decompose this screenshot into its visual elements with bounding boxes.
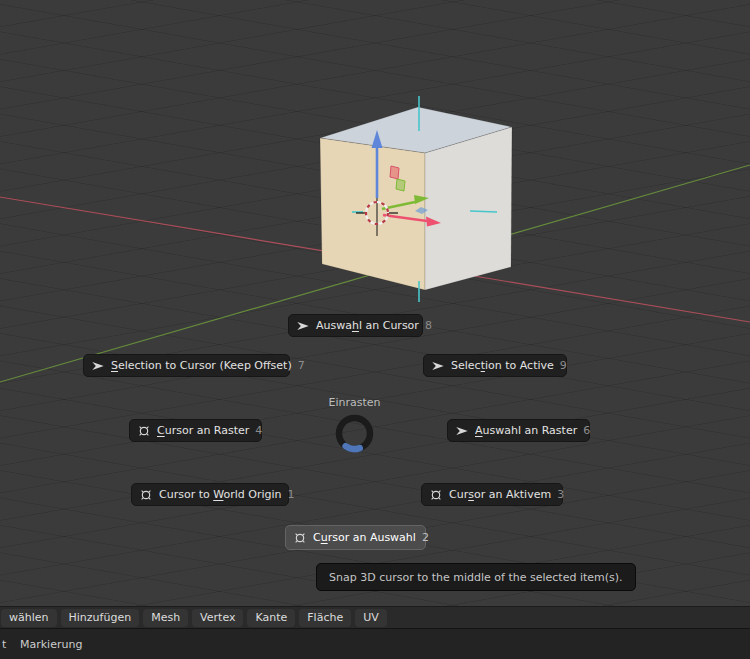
timeline-menu-ansicht[interactable]: t bbox=[2, 629, 6, 659]
pie-item-label: Selection to Active bbox=[451, 359, 554, 372]
cursor-3d-icon bbox=[429, 488, 443, 502]
pie-item-label: Cursor an Aktivem bbox=[449, 488, 551, 501]
tooltip: Snap 3D cursor to the middle of the sele… bbox=[316, 563, 636, 591]
pie-item-auswahl-an-cursor[interactable]: Auswahl an Cursor 8 bbox=[288, 314, 423, 337]
shortcut-key: 3 bbox=[557, 488, 564, 501]
shortcut-key: 1 bbox=[287, 488, 294, 501]
menu-uv[interactable]: UV bbox=[355, 609, 387, 627]
menu-vertex[interactable]: Vertex bbox=[192, 609, 243, 627]
pie-item-cursor-an-raster[interactable]: Cursor an Raster 4 bbox=[129, 419, 262, 442]
cursor-3d-icon bbox=[139, 488, 153, 502]
gizmo-plane-x[interactable] bbox=[390, 166, 399, 179]
cube-right-face bbox=[425, 127, 512, 290]
cursor-3d-icon bbox=[137, 424, 151, 438]
pie-item-cursor-an-auswahl[interactable]: Cursor an Auswahl 2 bbox=[285, 525, 426, 550]
select-cursor-icon bbox=[91, 359, 105, 373]
shortcut-key: 9 bbox=[560, 359, 567, 372]
pie-item-selection-to-active[interactable]: Selection to Active 9 bbox=[423, 354, 567, 377]
pie-item-label: Cursor to World Origin bbox=[159, 488, 281, 501]
pie-item-label: Auswahl an Cursor bbox=[316, 319, 419, 332]
pie-item-auswahl-an-raster[interactable]: Auswahl an Raster 6 bbox=[447, 419, 590, 442]
viewport-header: wählen Hinzufügen Mesh Vertex Kante Fläc… bbox=[0, 606, 750, 628]
shortcut-key: 7 bbox=[298, 359, 305, 372]
blender-3d-viewport[interactable]: Einrasten Auswahl an Cursor 8 Selection … bbox=[0, 0, 750, 659]
pie-item-cursor-to-world-origin[interactable]: Cursor to World Origin 1 bbox=[131, 483, 289, 506]
pie-active-direction-indicator bbox=[346, 446, 360, 449]
menu-kante[interactable]: Kante bbox=[247, 609, 295, 627]
pie-center-ring bbox=[332, 411, 377, 456]
gizmo-plane-y[interactable] bbox=[396, 179, 405, 191]
pie-menu-title: Einrasten bbox=[284, 396, 425, 409]
select-cursor-icon bbox=[296, 319, 310, 333]
cube-left-face bbox=[320, 138, 425, 290]
menu-auswaehlen[interactable]: wählen bbox=[1, 609, 57, 627]
pie-item-label: Selection to Cursor (Keep Offset) bbox=[111, 359, 292, 372]
pie-item-label: Cursor an Auswahl bbox=[313, 531, 416, 544]
shortcut-key: 8 bbox=[425, 319, 432, 332]
menu-flaeche[interactable]: Fläche bbox=[299, 609, 351, 627]
shortcut-key: 4 bbox=[255, 424, 262, 437]
shortcut-key: 6 bbox=[583, 424, 590, 437]
pie-item-label: Cursor an Raster bbox=[157, 424, 249, 437]
pie-item-selection-to-cursor-keep-offset[interactable]: Selection to Cursor (Keep Offset) 7 bbox=[83, 354, 290, 377]
pie-item-cursor-an-aktivem[interactable]: Cursor an Aktivem 3 bbox=[421, 483, 563, 506]
select-cursor-icon bbox=[431, 359, 445, 373]
pie-item-label: Auswahl an Raster bbox=[475, 424, 577, 437]
shortcut-key: 2 bbox=[422, 531, 429, 544]
select-cursor-icon bbox=[455, 424, 469, 438]
timeline-menu-markierung[interactable]: Markierung bbox=[20, 629, 82, 659]
menu-hinzufuegen[interactable]: Hinzufügen bbox=[61, 609, 140, 627]
cursor-3d-icon bbox=[293, 531, 307, 545]
menu-mesh[interactable]: Mesh bbox=[143, 609, 188, 627]
timeline-bar: t Markierung bbox=[0, 628, 750, 659]
